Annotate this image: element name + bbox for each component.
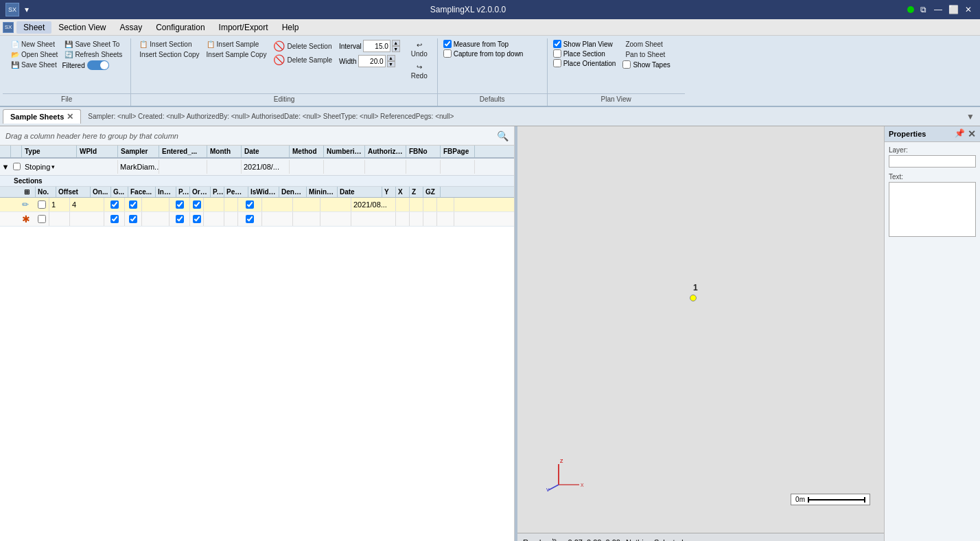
redo-button[interactable]: ↪ Redo: [407, 62, 432, 81]
sec-z-col[interactable]: Z: [410, 187, 423, 197]
row-ind-cell[interactable]: [170, 198, 190, 211]
new-sheet-button[interactable]: 📄 New Sheet: [8, 40, 60, 49]
sec-ore-col[interactable]: Ore...: [190, 187, 211, 197]
interval-up-arrow[interactable]: ▲: [392, 40, 400, 46]
group-checkbox[interactable]: [11, 163, 22, 172]
new-row-pegv[interactable]: [238, 212, 262, 226]
insert-section-copy-button[interactable]: Insert Section Copy: [137, 50, 202, 59]
sampler-col-header[interactable]: Sampler: [118, 146, 159, 157]
width-up-arrow[interactable]: ▲: [387, 55, 395, 61]
row-p-cell[interactable]: [190, 198, 204, 211]
sec-pegv-col[interactable]: PegV...: [224, 187, 248, 197]
interval-input[interactable]: [363, 40, 390, 52]
window-maximize-button[interactable]: ⬜: [947, 3, 959, 16]
filtered-toggle[interactable]: [87, 60, 109, 70]
row-ore-cell: [204, 198, 224, 211]
new-row-checkbox[interactable]: [36, 212, 49, 226]
group-dropdown-icon[interactable]: ▾: [51, 163, 55, 170]
undo-button[interactable]: ↩ Undo: [407, 40, 432, 59]
wpid-col-header[interactable]: WPId: [77, 146, 118, 157]
menu-item-sheet[interactable]: Sheet: [16, 21, 51, 34]
insert-sample-button[interactable]: 📋 Insert Sample: [204, 40, 270, 49]
tab-arrow-button[interactable]: ▼: [964, 112, 977, 122]
insert-section-button[interactable]: 📋 Insert Section: [137, 40, 202, 49]
refresh-sheets-button[interactable]: 🔄 Refresh Sheets: [62, 50, 125, 59]
place-section-checkbox[interactable]: [553, 49, 561, 58]
new-row-ind[interactable]: [170, 212, 190, 226]
grid-container[interactable]: Type WPId Sampler Entered_... Month Date…: [0, 146, 514, 541]
sec-g-col[interactable]: G...: [111, 187, 128, 197]
tab-close-button[interactable]: ✕: [67, 112, 73, 122]
month-col-header[interactable]: Month: [207, 146, 242, 157]
new-row-on[interactable]: [104, 212, 125, 226]
measure-from-top-checkbox[interactable]: [443, 40, 452, 48]
menu-item-configuration[interactable]: Configuration: [149, 21, 211, 34]
show-tapes-checkbox[interactable]: [622, 60, 631, 69]
delete-section-button[interactable]: 🚫 Delete Section: [270, 40, 335, 52]
interval-down-arrow[interactable]: ▼: [392, 46, 400, 52]
place-orientation-checkbox[interactable]: [553, 59, 561, 67]
axes-svg: z x y: [545, 457, 586, 492]
save-sheet-to-button[interactable]: 💾 Save Sheet To: [62, 40, 125, 49]
left-panel: Drag a column header here to group by th…: [0, 126, 515, 541]
menu-item-assay[interactable]: Assay: [113, 21, 150, 34]
sec-x-col[interactable]: X: [396, 187, 410, 197]
capture-from-top-down-checkbox[interactable]: [443, 49, 452, 58]
edit-row-icon[interactable]: ✏: [22, 200, 36, 209]
new-row-g[interactable]: [125, 212, 142, 226]
authorize-col-header[interactable]: Authorize...: [365, 146, 406, 157]
sec-on-col[interactable]: On...: [91, 187, 111, 197]
properties-close-button[interactable]: ✕: [968, 128, 976, 139]
fbpage-col-header[interactable]: FBPage: [441, 146, 475, 157]
sec-ind-col[interactable]: Ind...: [156, 187, 176, 197]
menu-item-import-export[interactable]: Import/Export: [212, 21, 275, 34]
sec-gz-col[interactable]: GZ: [423, 187, 441, 197]
status-selection: Nothing Selected: [626, 538, 684, 542]
sec-no-col[interactable]: No.: [36, 187, 56, 197]
sec-offset-col[interactable]: Offset: [56, 187, 91, 197]
zoom-sheet-button[interactable]: Zoom Sheet: [622, 40, 670, 49]
delete-sample-button[interactable]: 🚫 Delete Sample: [270, 54, 335, 66]
plan-view-canvas[interactable]: 1 z x y 0m: [517, 126, 884, 533]
row-g-cell[interactable]: [125, 198, 142, 211]
sec-mining-col[interactable]: Mining...: [307, 187, 338, 197]
layer-input[interactable]: [889, 155, 976, 168]
fbno-col-header[interactable]: FBNo: [406, 146, 441, 157]
entered-col-header[interactable]: Entered_...: [159, 146, 207, 157]
width-down-arrow[interactable]: ▼: [387, 61, 395, 67]
plan-view-btns: Zoom Sheet Pan to Sheet Show Tapes: [617, 40, 670, 81]
open-sheet-button[interactable]: 📂 Open Sheet: [8, 50, 60, 59]
date-col-header[interactable]: Date: [242, 146, 290, 157]
pan-to-sheet-button[interactable]: Pan to Sheet: [622, 50, 670, 59]
sec-densit-col[interactable]: Densit...: [279, 187, 307, 197]
window-close-button[interactable]: ✕: [962, 3, 975, 16]
menu-item-help[interactable]: Help: [275, 21, 306, 34]
properties-pin-button[interactable]: 📌: [955, 128, 965, 139]
sec-date-col[interactable]: Date: [338, 187, 382, 197]
row-pegv-cell[interactable]: [238, 198, 262, 211]
window-restore-button[interactable]: ⧉: [917, 3, 929, 16]
sec-iswidth-col[interactable]: IsWidth...: [248, 187, 279, 197]
expand-col-header[interactable]: [0, 146, 11, 157]
width-input[interactable]: [358, 55, 386, 67]
numbering-col-header[interactable]: Numbering: [324, 146, 365, 157]
search-icon[interactable]: 🔍: [497, 130, 509, 141]
insert-sample-copy-button[interactable]: Insert Sample Copy: [204, 50, 270, 59]
text-textarea[interactable]: [889, 182, 976, 237]
type-col-header[interactable]: Type: [22, 146, 77, 157]
checkbox-col-header[interactable]: [11, 146, 22, 157]
row-checkbox-cell[interactable]: [36, 198, 49, 211]
sec-y-col[interactable]: Y: [382, 187, 396, 197]
window-minimize-button[interactable]: —: [932, 3, 944, 16]
show-plan-view-checkbox[interactable]: [553, 40, 561, 48]
method-col-header[interactable]: Method: [290, 146, 324, 157]
new-row-p[interactable]: [190, 212, 204, 226]
menu-item-section-view[interactable]: Section View: [51, 21, 113, 34]
sec-p-col[interactable]: P...: [176, 187, 190, 197]
tab-sample-sheets[interactable]: Sample Sheets ✕: [3, 109, 81, 124]
sec-face-col[interactable]: Face...: [128, 187, 156, 197]
sec-p2-col[interactable]: P...: [211, 187, 224, 197]
row-on-cell[interactable]: [104, 198, 125, 211]
group-expand-btn[interactable]: ▼: [0, 163, 11, 171]
save-sheet-button[interactable]: 💾 Save Sheet: [8, 60, 60, 69]
